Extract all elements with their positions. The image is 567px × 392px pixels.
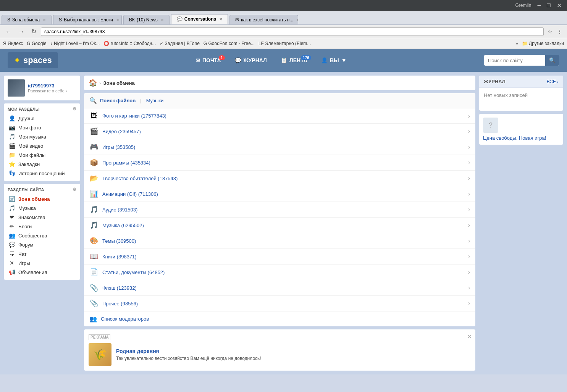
flash-icon: 📎 — [89, 284, 99, 292]
bookmarks-more-button[interactable]: » — [515, 41, 518, 46]
category-item-knigi[interactable]: 📖 Книги (398371) › — [84, 249, 475, 265]
search-files-link[interactable]: Поиск файлов — [100, 98, 136, 103]
tab-vybor-kanalov[interactable]: S Выбор каналов : Блоги ✕ — [53, 15, 122, 24]
sidebar-item-obyavleniya[interactable]: 📢 Объявления — [7, 268, 77, 277]
user-info: id79919973 Расскажите о себе › — [28, 83, 76, 93]
category-name: Флэш (123932) — [102, 285, 137, 291]
ad-description: Так увлекательно вести хозяйство Вам ещё… — [116, 356, 471, 361]
chevron-right-icon: › — [468, 159, 470, 166]
heart-icon: ❤ — [8, 214, 15, 220]
moderators-link[interactable]: Список модераторов — [101, 316, 149, 322]
logo[interactable]: ✦ spaces — [8, 52, 58, 68]
sidebar-item-chat[interactable]: 🗨 Чат — [7, 249, 77, 258]
chevron-right-icon: › — [468, 253, 470, 260]
bookmark-elementarno[interactable]: LF Элементарно (Elem... — [258, 41, 311, 46]
sidebar-item-moi-foto[interactable]: 📷 Мои фото — [7, 123, 77, 132]
sidebar-item-muzika[interactable]: 🎵 Музыка — [7, 203, 77, 213]
category-item-video[interactable]: 🎬 Видео (2359457) › — [84, 124, 475, 139]
minimize-button[interactable]: – — [535, 2, 543, 9]
sidebar-item-zakladki[interactable]: ⭐ Закладки — [7, 160, 77, 169]
category-item-igry[interactable]: 🎮 Игры (353585) › — [84, 139, 475, 155]
photo-icon: 📷 — [8, 124, 15, 131]
search-music-link[interactable]: Музыки — [146, 98, 164, 103]
tab-icon: ✉ — [235, 17, 239, 23]
gear-icon[interactable]: ⚙ — [73, 187, 76, 192]
settings-button[interactable]: ⋮ — [556, 28, 564, 35]
chevron-right-icon: › — [468, 300, 470, 307]
header-nav: ✉ ПОЧТА 1 💬 ЖУРНАЛ 📋 ЛЕНТА 176 👤 ВЫ ▼ — [66, 54, 477, 66]
gear-icon[interactable]: ⚙ — [73, 106, 76, 111]
tab-excel[interactable]: ✉ как в excel посчитать п... ✕ — [229, 15, 298, 24]
close-button[interactable]: ✕ — [554, 2, 564, 9]
sidebar-item-moyo-video[interactable]: 🎬 Моё видео — [7, 141, 77, 150]
category-item-temy[interactable]: 🎨 Темы (309500) › — [84, 233, 475, 249]
home-icon[interactable]: 🏠 — [89, 79, 97, 87]
other-bookmarks-button[interactable]: 📁 Другие закладки — [522, 41, 564, 46]
tab-zona-obmena[interactable]: S Зона обмена ✕ — [2, 15, 52, 24]
search-input[interactable] — [484, 55, 545, 66]
back-button[interactable]: ← — [3, 27, 14, 36]
right-sidebar: ЖУРНАЛ ВСЕ › Нет новых записей ? Це — [479, 76, 563, 371]
search-button[interactable]: 🔍 — [545, 55, 559, 66]
ad-image-icon: 🌾 — [94, 348, 107, 361]
sidebar-item-igry[interactable]: ✕ Игры — [7, 258, 77, 268]
sidebar-item-forum[interactable]: 💬 Форум — [7, 240, 77, 249]
category-item-flesh[interactable]: 📎 Флэш (123932) › — [84, 280, 475, 296]
bookmark-star-button[interactable]: ☆ — [546, 28, 554, 35]
ad-title[interactable]: Родная деревня — [116, 348, 471, 354]
category-item-programmy[interactable]: 📦 Программы (435834) › — [84, 155, 475, 171]
tab-close-icon[interactable]: ✕ — [219, 17, 222, 21]
sidebar-item-istoriya[interactable]: 👣 История посещений — [7, 169, 77, 178]
nav-item-zhurnal[interactable]: 💬 ЖУРНАЛ — [229, 54, 273, 66]
sidebar-item-moya-muzika[interactable]: 🎵 Моя музыка — [7, 132, 77, 141]
logo-icon: ✦ — [14, 56, 20, 65]
category-item-prochee[interactable]: 📎 Прочее (98556) › — [84, 296, 475, 311]
page: ✦ spaces ✉ ПОЧТА 1 💬 ЖУРНАЛ 📋 ЛЕНТА 176 … — [0, 49, 567, 374]
sidebar-item-druzya[interactable]: 👤 Друзья — [7, 114, 77, 123]
category-item-stati[interactable]: 📄 Статьи, документы (64852) › — [84, 265, 475, 280]
header-search: 🔍 — [484, 55, 559, 66]
bookmark-night-lovell[interactable]: ♪ Night Lovell – I'm Ok... — [50, 41, 100, 46]
refresh-button[interactable]: ↻ — [29, 27, 39, 36]
category-name: Игры (353585) — [102, 144, 135, 150]
chevron-right-icon: › — [468, 222, 470, 229]
bookmark-rutor[interactable]: ⭕ rutor.info :: Свободн... — [103, 41, 156, 46]
tab-vk-news[interactable]: ВК (10) News ✕ — [123, 15, 170, 24]
user-about[interactable]: Расскажите о себе › — [28, 89, 76, 93]
nav-item-pochta[interactable]: ✉ ПОЧТА 1 — [189, 54, 227, 66]
tab-conversations[interactable]: 💬 Conversations ✕ — [171, 14, 228, 24]
search-bar: 🔍 Поиск файлов | Музыки — [84, 93, 475, 108]
site-sections: РАЗДЕЛЫ САЙТА ⚙ 🔄 Зона обмена 🎵 Музыка ❤… — [4, 184, 80, 280]
bookmark-btone[interactable]: ✓ Задания | BTone — [160, 41, 200, 46]
sidebar-item-znakomstva[interactable]: ❤ Знакомства — [7, 213, 77, 222]
category-name: Фото и картинки (17577843) — [102, 113, 166, 119]
maximize-button[interactable]: □ — [544, 2, 553, 9]
nav-item-vy[interactable]: 👤 ВЫ ▼ — [315, 54, 353, 66]
category-item-animacii[interactable]: 📊 Анимации (Gif) (711306) › — [84, 186, 475, 202]
tab-close-icon[interactable]: ✕ — [43, 18, 46, 22]
category-item-foto[interactable]: 🖼 Фото и картинки (17577843) › — [84, 108, 475, 124]
sidebar-item-blogi[interactable]: ✏ Блоги — [7, 222, 77, 231]
category-item-audio[interactable]: 🎵 Аудио (391503) › — [84, 202, 475, 218]
journal-all-link[interactable]: ВСЕ › — [547, 79, 559, 84]
bookmark-google[interactable]: G Google — [27, 41, 46, 46]
right-ad-link[interactable]: Цена свободы. Новая игра! — [483, 135, 559, 141]
title-bar: Gremlin – □ ✕ — [0, 0, 567, 11]
tab-close-icon[interactable]: ✕ — [296, 18, 298, 22]
nav-item-lenta[interactable]: 📋 ЛЕНТА 176 — [275, 54, 313, 66]
user-icon: 👤 — [321, 57, 328, 63]
ad-close-button[interactable]: ✕ — [467, 332, 472, 341]
sidebar-item-soobshestva[interactable]: 👥 Сообщества — [7, 231, 77, 240]
sidebar-item-moi-faily[interactable]: 📁 Мои файлы — [7, 150, 77, 160]
tab-close-icon[interactable]: ✕ — [116, 18, 119, 22]
address-bar[interactable] — [41, 27, 544, 36]
folder-icon: 📁 — [522, 41, 528, 46]
tab-close-icon[interactable]: ✕ — [161, 18, 164, 22]
bookmark-yandex[interactable]: Я Яндекс — [3, 41, 23, 46]
category-item-muzika[interactable]: 🎵 Музыка (6295502) › — [84, 218, 475, 233]
category-item-tvorchestvo[interactable]: 📂 Творчество обитателей (187543) › — [84, 171, 475, 186]
forward-button[interactable]: → — [16, 27, 27, 36]
user-name[interactable]: id79919973 — [28, 83, 76, 89]
bookmark-goodfon[interactable]: G GoodFon.com - Free... — [204, 41, 255, 46]
sidebar-item-zona-obmena[interactable]: 🔄 Зона обмена — [7, 194, 77, 203]
